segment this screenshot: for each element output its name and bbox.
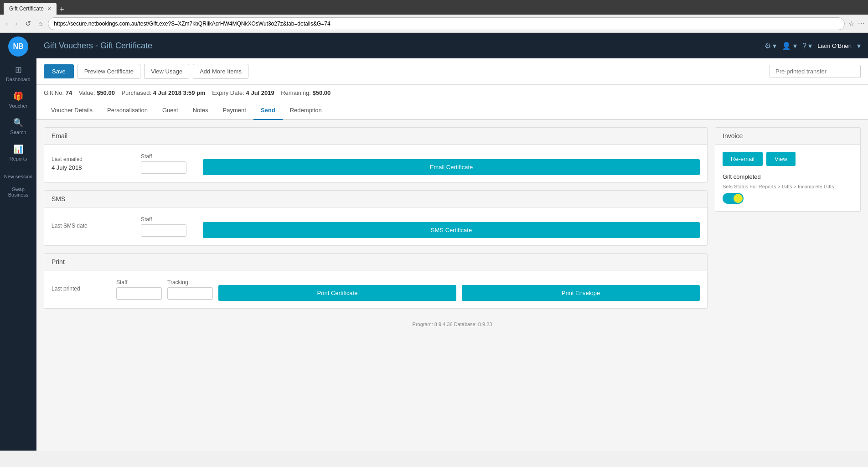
- top-nav-icons: ⚙ ▾ 👤 ▾ ? ▾ Liam O'Brien ▾: [765, 42, 861, 50]
- sidebar: NB ⊞ Dashboard 🎁 Voucher 🔍 Search 📊 Repo…: [0, 33, 36, 451]
- gift-completed-hint: Sets Status For Reports > Gifts > Incomp…: [723, 184, 834, 189]
- address-bar[interactable]: [48, 17, 845, 30]
- invoice-section-header: Invoice: [715, 128, 860, 145]
- print-tracking-input[interactable]: [167, 287, 213, 300]
- dashboard-icon: ⊞: [15, 65, 22, 75]
- sms-left: Last SMS date: [52, 223, 134, 231]
- last-printed-label: Last printed: [52, 285, 111, 292]
- print-tracking-group: Tracking: [167, 279, 213, 300]
- expiry-label: Expiry Date:: [212, 89, 244, 96]
- last-emailed-label: Last emailed: [52, 156, 134, 162]
- gift-info-bar: Gift No: 74 Value: $50.00 Purchased: 4 J…: [36, 85, 868, 101]
- email-certificate-button[interactable]: Email Certificate: [203, 159, 700, 175]
- tab-voucher-details[interactable]: Voucher Details: [44, 101, 100, 120]
- gift-no: 74: [66, 89, 72, 96]
- sms-section: SMS Last SMS date Staff: [44, 190, 708, 246]
- new-session-label: New session: [4, 174, 32, 179]
- purchased: 4 Jul 2018 3:59 pm: [153, 89, 206, 96]
- sms-row: Last SMS date Staff SMS Certificate: [52, 215, 700, 238]
- sidebar-divider: [4, 168, 33, 168]
- sms-staff-label: Staff: [141, 216, 196, 223]
- user-name[interactable]: Liam O'Brien: [817, 42, 852, 49]
- tab-redemption[interactable]: Redemption: [283, 101, 329, 120]
- sidebar-item-label: Search: [10, 130, 26, 135]
- left-column: Email Last emailed 4 July 2018 Staff: [44, 127, 708, 309]
- home-button[interactable]: ⌂: [36, 19, 45, 29]
- app-logo[interactable]: NB: [8, 36, 28, 57]
- help-icon[interactable]: ? ▾: [802, 42, 812, 50]
- print-staff-label: Staff: [116, 279, 162, 285]
- remaining: $50.00: [313, 89, 331, 96]
- user-dropdown-icon[interactable]: ▾: [857, 42, 861, 50]
- sidebar-item-voucher[interactable]: 🎁 Voucher: [0, 87, 36, 113]
- print-envelope-button[interactable]: Print Envelope: [462, 285, 700, 301]
- new-tab-button[interactable]: +: [57, 5, 67, 15]
- preprinted-input[interactable]: [770, 65, 861, 78]
- print-fields-row: Last printed Staff Tracking: [52, 278, 700, 301]
- sms-staff-group: Staff: [141, 216, 196, 237]
- email-section-header: Email: [44, 128, 707, 145]
- tab-guest[interactable]: Guest: [155, 101, 186, 120]
- tab-personalisation[interactable]: Personalisation: [100, 101, 155, 120]
- sms-section-body: Last SMS date Staff SMS Certificate: [44, 208, 707, 245]
- email-section-body: Last emailed 4 July 2018 Staff Email Cer…: [44, 145, 707, 182]
- email-left: Last emailed 4 July 2018: [52, 156, 134, 171]
- back-button[interactable]: ‹: [4, 19, 10, 29]
- sms-section-header: SMS: [44, 191, 707, 208]
- view-usage-button[interactable]: View Usage: [144, 64, 189, 79]
- email-staff-input[interactable]: [141, 161, 186, 174]
- sms-certificate-button[interactable]: SMS Certificate: [203, 222, 700, 238]
- preview-certificate-button[interactable]: Preview Certificate: [78, 64, 140, 79]
- refresh-button[interactable]: ↺: [23, 18, 33, 29]
- gift-completed-label: Gift completed: [723, 173, 761, 180]
- gift-completed-toggle[interactable]: [723, 193, 744, 204]
- sidebar-item-dashboard[interactable]: ⊞ Dashboard: [0, 60, 36, 87]
- email-staff-label: Staff: [141, 153, 196, 160]
- value-label: Value:: [79, 89, 95, 96]
- forward-button[interactable]: ›: [13, 19, 19, 29]
- print-staff-input[interactable]: [116, 287, 162, 300]
- gift-no-label: Gift No:: [44, 89, 64, 96]
- browser-tab[interactable]: Gift Certificate ×: [4, 3, 57, 15]
- purchased-label: Purchased:: [121, 89, 151, 96]
- page-body: Email Last emailed 4 July 2018 Staff: [36, 120, 868, 316]
- tab-close-icon[interactable]: ×: [47, 5, 51, 12]
- swap-business-label: Swap Business: [2, 187, 35, 197]
- value: $50.00: [97, 89, 115, 96]
- toolbar-right: [770, 65, 861, 78]
- tab-send[interactable]: Send: [253, 101, 283, 120]
- sidebar-item-swap-business[interactable]: Swap Business: [0, 183, 36, 201]
- invoice-section-body: Re-email View Gift completed Sets Status…: [715, 145, 860, 211]
- sms-staff-input[interactable]: [141, 224, 186, 237]
- re-email-button[interactable]: Re-email: [723, 152, 763, 166]
- print-left: Last printed: [52, 285, 111, 294]
- tab-notes[interactable]: Notes: [186, 101, 216, 120]
- sidebar-item-label: Dashboard: [6, 77, 31, 82]
- toggle-knob: [734, 194, 743, 203]
- tab-title: Gift Certificate: [9, 5, 44, 12]
- add-more-items-button[interactable]: Add More Items: [193, 64, 248, 79]
- sidebar-item-new-session[interactable]: New session: [0, 170, 36, 183]
- gift-completed-section: Gift completed Sets Status For Reports >…: [723, 173, 853, 204]
- sidebar-item-search[interactable]: 🔍 Search: [0, 113, 36, 140]
- save-button[interactable]: Save: [44, 64, 74, 78]
- tabs-bar: Voucher Details Personalisation Guest No…: [36, 101, 868, 120]
- user-icon[interactable]: 👤 ▾: [782, 42, 796, 50]
- sms-btn-area: SMS Certificate: [203, 215, 700, 238]
- email-btn-area: Email Certificate: [203, 152, 700, 175]
- top-nav: Gift Vouchers - Gift Certificate ⚙ ▾ 👤 ▾…: [36, 33, 868, 58]
- search-icon: 🔍: [13, 118, 23, 128]
- sidebar-item-reports[interactable]: 📊 Reports: [0, 140, 36, 166]
- sidebar-item-label: Voucher: [9, 103, 27, 109]
- main-content: Gift Vouchers - Gift Certificate ⚙ ▾ 👤 ▾…: [36, 33, 868, 451]
- page-footer: Program: 8.9.4.36 Database: 8.9.23: [36, 316, 868, 332]
- sidebar-item-label: Reports: [10, 156, 27, 161]
- print-tracking-label: Tracking: [167, 279, 213, 285]
- print-certificate-button[interactable]: Print Certificate: [218, 285, 456, 301]
- view-invoice-button[interactable]: View: [766, 152, 796, 166]
- remaining-label: Remaining:: [281, 89, 311, 96]
- invoice-buttons: Re-email View: [723, 152, 853, 166]
- tab-payment[interactable]: Payment: [216, 101, 253, 120]
- print-section-header: Print: [44, 254, 707, 270]
- settings-icon[interactable]: ⚙ ▾: [765, 42, 776, 50]
